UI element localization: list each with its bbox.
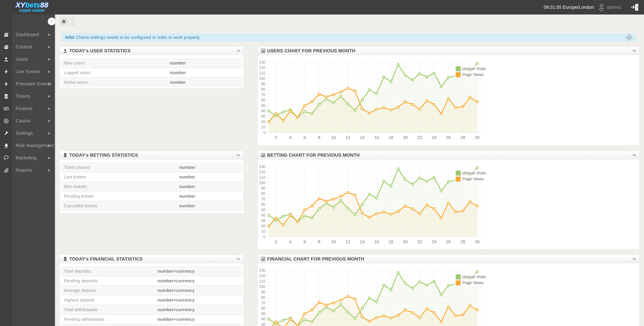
svg-text:70: 70 [261, 92, 266, 97]
svg-text:Page Views: Page Views [462, 72, 484, 77]
sidebar-item-reports[interactable]: Reports [0, 164, 55, 176]
svg-text:120: 120 [259, 170, 266, 174]
svg-text:70: 70 [261, 197, 266, 201]
help-icon[interactable]: ? [626, 34, 633, 41]
stat-value: number [179, 192, 195, 201]
table-row: Average deposit:number+currency [61, 286, 242, 295]
svg-text:20: 20 [261, 224, 266, 228]
svg-text:70: 70 [261, 301, 266, 305]
svg-text:Unique Visits: Unique Visits [462, 274, 486, 279]
svg-text:90: 90 [261, 82, 266, 86]
svg-text:22: 22 [418, 240, 422, 244]
user-icon [4, 56, 9, 62]
admin-dashboard: XYbets88 crypto casino 08:31:05 Europe/L… [0, 0, 644, 326]
play-circle-icon [4, 118, 9, 124]
legend-item: Unique Visits [454, 170, 486, 176]
speech-bubble-icon [4, 155, 9, 161]
svg-text:20: 20 [403, 240, 408, 244]
chevron-right-icon [48, 34, 50, 36]
sidebar-item-casino[interactable]: Casino [0, 115, 55, 127]
logged-in-username[interactable]: admin1 [607, 5, 622, 10]
panel-collapse-button[interactable] [233, 151, 244, 159]
table-row: Pending tickets:number [61, 192, 242, 201]
chevron-right-icon [48, 107, 50, 110]
paperclip-icon [4, 168, 9, 173]
brand-logo[interactable]: XYbets88 crypto casino [11, 1, 53, 12]
sidebar-item-tickets[interactable]: Tickets [0, 90, 55, 102]
home-icon [61, 19, 66, 24]
table-row [61, 324, 242, 326]
chevron-right-icon [48, 157, 50, 159]
table-row: Total withdrawals:number+currency [61, 305, 242, 314]
financial-statistics-table: Total deposits:number+currencyPending de… [61, 266, 242, 326]
table-row: Logged usersnumber [61, 68, 242, 77]
alert-message: Charts settings needs to be configured i… [76, 35, 200, 40]
stat-label: New users: [64, 58, 86, 68]
sidebar-item-marketing[interactable]: Marketing [0, 152, 55, 164]
svg-text:10: 10 [261, 229, 266, 234]
chevron-right-icon [48, 132, 50, 135]
svg-text:30: 30 [261, 114, 266, 118]
panel-collapse-button[interactable] [233, 46, 244, 55]
panel-header: BETTING CHART FOR PREVIOUS MONTH [258, 151, 640, 159]
legend-item: Page Views [454, 72, 485, 78]
sidebar-item-finance[interactable]: 1Finance [0, 102, 55, 115]
financial-line-chart: 0102030405060708090100110120130246810121… [258, 263, 487, 326]
panel-collapse-button[interactable] [629, 151, 640, 159]
sidebar-item-users[interactable]: Users [0, 53, 55, 65]
sidebar-item-label: Marketing [16, 152, 36, 164]
svg-text:Unique Visits: Unique Visits [462, 66, 486, 71]
svg-text:Unique Visits: Unique Visits [462, 171, 486, 175]
stat-label: Active users: [64, 78, 89, 87]
breadcrumb-arrow-icon [67, 18, 76, 26]
sidebar-item-dashboard[interactable]: Dashboard [0, 28, 55, 41]
svg-text:30: 30 [475, 135, 480, 140]
svg-text:10: 10 [331, 135, 336, 140]
document-icon [4, 94, 9, 99]
svg-text:50: 50 [261, 103, 266, 108]
chart-area: 0102030405060708090100110120130246810121… [258, 55, 640, 146]
panel-collapse-button[interactable] [629, 255, 640, 263]
svg-text:60: 60 [261, 306, 266, 310]
stat-label: Won tickets: [64, 182, 88, 191]
panel-collapse-button[interactable] [629, 46, 640, 55]
sidebar-item-prematch-events[interactable]: Prematch Events [0, 78, 55, 90]
user-avatar-icon[interactable] [598, 4, 605, 11]
svg-text:24: 24 [432, 240, 436, 244]
chevron-right-icon [48, 95, 50, 98]
document-icon [63, 256, 68, 261]
sidebar-collapse-button[interactable]: ‹ [48, 18, 56, 25]
table-row: New users:number [61, 58, 242, 68]
stat-value: number [179, 172, 195, 182]
svg-text:80: 80 [261, 192, 266, 196]
sidebar-item-live-events[interactable]: Live Events [0, 65, 55, 78]
svg-text:14: 14 [360, 240, 364, 244]
svg-text:16: 16 [374, 240, 379, 244]
svg-text:14: 14 [360, 135, 364, 140]
svg-text:40: 40 [261, 109, 266, 113]
svg-text:90: 90 [261, 186, 266, 190]
chevron-right-icon [48, 144, 50, 147]
logout-door-icon[interactable] [630, 3, 639, 12]
sidebar-item-risk-management[interactable]: Risk management [0, 139, 55, 152]
panel-header: TODAY's USER STATISTICS [60, 46, 244, 55]
stat-label: Cancelled tickets: [64, 202, 98, 210]
table-row: Highest deposit:number+currency [61, 296, 242, 305]
panel-collapse-button[interactable] [233, 255, 244, 263]
sidebar-item-label: Tickets [16, 90, 30, 102]
chevron-right-icon [48, 58, 50, 61]
stat-label: Pending withdrawals: [64, 315, 105, 324]
sidebar-item-settings[interactable]: Settings [0, 127, 55, 139]
sidebar-item-content[interactable]: Content [0, 41, 55, 53]
sidebar-item-label: Dashboard [16, 28, 39, 41]
breadcrumb-home[interactable] [60, 18, 75, 26]
stat-label: Average deposit: [64, 286, 97, 295]
stat-label: Total deposits: [64, 267, 92, 276]
book-icon [4, 32, 9, 38]
svg-text:120: 120 [259, 66, 266, 70]
panel-title: TODAY's USER STATISTICS [69, 46, 130, 55]
svg-text:120: 120 [259, 274, 266, 278]
users-line-chart: 0102030405060708090100110120130246810121… [258, 55, 487, 146]
table-row: Won tickets:number [61, 182, 242, 191]
table-row: Active users:number [61, 78, 242, 87]
